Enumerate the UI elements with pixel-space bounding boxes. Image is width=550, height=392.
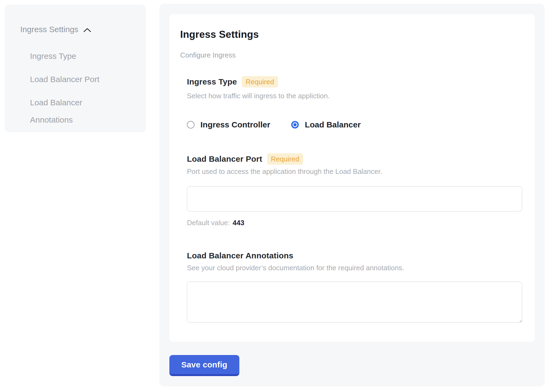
radio-button[interactable] [291, 121, 299, 129]
load-balancer-port-input[interactable] [187, 186, 522, 211]
ingress-settings-panel: Ingress Settings Configure Ingress Ingre… [159, 4, 545, 386]
ingress-settings-card: Ingress Settings Configure Ingress Ingre… [169, 14, 535, 342]
field-load-balancer-port: Load Balancer Port Required Port used to… [187, 153, 522, 227]
sidebar-header-label: Ingress Settings [20, 24, 78, 35]
sidebar-item-ingress-type[interactable]: Ingress Type [30, 48, 114, 65]
sidebar-item-load-balancer-port[interactable]: Load Balancer Port [30, 71, 114, 88]
field-label-row: Load Balancer Port Required [187, 153, 522, 165]
field-label: Ingress Type [187, 76, 237, 87]
field-label: Load Balancer Annotations [187, 250, 293, 261]
default-value-label: Default value: [187, 219, 230, 227]
field-label-row: Load Balancer Annotations [187, 250, 522, 261]
radio-label: Load Balancer [305, 120, 361, 129]
save-config-button[interactable]: Save config [169, 355, 239, 376]
sidebar-item-ingress-settings[interactable]: Ingress Settings [20, 24, 138, 35]
page-title: Ingress Settings [180, 29, 522, 40]
load-balancer-annotations-textarea[interactable] [187, 282, 522, 323]
field-description: Select how traffic will ingress to the a… [187, 91, 522, 100]
field-description: Port used to access the application thro… [187, 167, 522, 176]
field-ingress-type: Ingress Type Required Select how traffic… [187, 76, 522, 130]
radio-button[interactable] [187, 121, 194, 129]
ingress-type-options: Ingress Controller Load Balancer [187, 119, 522, 130]
chevron-up-icon [83, 28, 91, 33]
default-value: 443 [233, 219, 244, 227]
field-label: Load Balancer Port [187, 154, 262, 164]
required-badge: Required [242, 76, 278, 87]
radio-option-ingress-controller[interactable]: Ingress Controller [187, 120, 270, 129]
sidebar-item-load-balancer-annotations[interactable]: Load Balancer Annotations [30, 94, 114, 129]
page-subtitle: Configure Ingress [180, 51, 522, 59]
radio-label: Ingress Controller [200, 120, 270, 129]
sidebar-item-list: Ingress Type Load Balancer Port Load Bal… [30, 48, 138, 129]
settings-nav-sidebar: Ingress Settings Ingress Type Load Balan… [5, 5, 146, 132]
settings-fields: Ingress Type Required Select how traffic… [187, 76, 522, 323]
required-badge: Required [267, 153, 303, 165]
field-label-row: Ingress Type Required [187, 76, 522, 87]
field-load-balancer-annotations: Load Balancer Annotations See your cloud… [187, 250, 522, 323]
default-value-line: Default value:443 [187, 218, 522, 227]
radio-option-load-balancer[interactable]: Load Balancer [291, 120, 361, 129]
field-description: See your cloud provider’s documentation … [187, 263, 522, 272]
